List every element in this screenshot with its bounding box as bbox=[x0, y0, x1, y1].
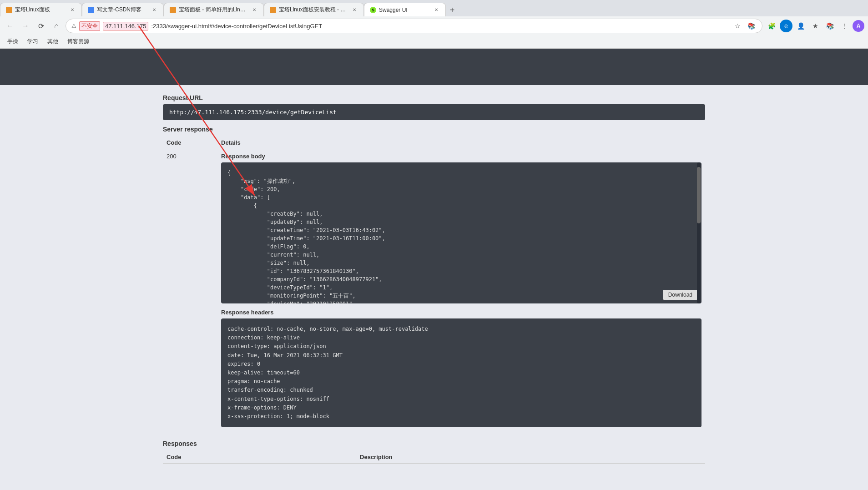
tab-favicon-1 bbox=[6, 7, 12, 13]
browser-chrome: 宝塔Linux面板 ✕ 写文章-CSDN博客 ✕ 宝塔面板 - 简单好用的Lin… bbox=[0, 0, 868, 49]
tab-bar: 宝塔Linux面板 ✕ 写文章-CSDN博客 ✕ 宝塔面板 - 简单好用的Lin… bbox=[0, 0, 868, 16]
responses-description-column: Description bbox=[356, 451, 705, 464]
tab-favicon-2 bbox=[88, 7, 94, 13]
collections-icon[interactable]: 📚 bbox=[823, 20, 836, 32]
code-column-header: Code bbox=[163, 136, 217, 149]
address-bar-row: ← → ⟳ ⌂ ⚠ 不安全 47.111.146.175 :2333/swagg… bbox=[0, 16, 868, 35]
bookmark-star-icon[interactable]: ☆ bbox=[732, 20, 743, 31]
tab-title-2: 写文章-CSDN博客 bbox=[97, 6, 148, 14]
tab-close-3[interactable]: ✕ bbox=[251, 6, 258, 14]
tab-title-1: 宝塔Linux面板 bbox=[15, 6, 66, 14]
responses-table: Code Description bbox=[163, 451, 705, 464]
favorites-icon[interactable]: ★ bbox=[809, 20, 822, 32]
response-body-content: { "msg": "操作成功", "code": 200, "data": [ … bbox=[227, 169, 695, 303]
bookmark-xuexi[interactable]: 学习 bbox=[24, 37, 42, 46]
url-highlighted-part: 47.111.146.175 bbox=[103, 22, 148, 30]
response-headers-label: Response headers bbox=[221, 309, 701, 316]
responses-label: Responses bbox=[163, 440, 705, 447]
tab-close-2[interactable]: ✕ bbox=[151, 6, 158, 14]
user-avatar[interactable]: A bbox=[853, 20, 864, 32]
browser-toolbar: 🧩 e 👤 ★ 📚 ⋮ A bbox=[765, 20, 864, 32]
response-body-label: Response body bbox=[221, 153, 701, 160]
response-body-box[interactable]: { "msg": "操作成功", "code": 200, "data": [ … bbox=[221, 162, 701, 303]
details-column-header: Details bbox=[217, 136, 705, 149]
request-url-label: Request URL bbox=[163, 94, 705, 101]
tab-title-5: Swagger UI bbox=[379, 7, 430, 13]
home-button[interactable]: ⌂ bbox=[50, 20, 63, 32]
tab-favicon-5: S bbox=[370, 7, 376, 13]
security-icon: ⚠ bbox=[71, 23, 76, 29]
tab-favicon-4 bbox=[270, 7, 276, 13]
tab-title-3: 宝塔面板 - 简单好用的Linux/Wi... bbox=[179, 6, 248, 14]
edge-icon[interactable]: e bbox=[780, 20, 792, 32]
bookmarks-bar: 手操 学习 其他 博客资源 bbox=[0, 35, 868, 48]
new-tab-button[interactable]: + bbox=[446, 4, 459, 16]
extensions-icon[interactable]: 🧩 bbox=[765, 20, 778, 32]
settings-icon[interactable]: ⋮ bbox=[838, 20, 851, 32]
bookmark-boke[interactable]: 博客资源 bbox=[64, 37, 93, 46]
responses-section: Responses Code Description bbox=[163, 440, 705, 464]
bookmark-shoucao[interactable]: 手操 bbox=[4, 37, 22, 46]
top-banner bbox=[0, 49, 868, 85]
tab-close-4[interactable]: ✕ bbox=[351, 6, 358, 14]
address-bar[interactable]: ⚠ 不安全 47.111.146.175 :2333/swagger-ui.ht… bbox=[66, 19, 762, 33]
back-button[interactable]: ← bbox=[4, 20, 16, 32]
server-response-label: Server response bbox=[163, 126, 705, 133]
response-headers-content: cache-control: no-cache, no-store, max-a… bbox=[227, 325, 695, 421]
request-url-value: http://47.111.146.175:2333/device/getDev… bbox=[163, 104, 705, 120]
tab-baota2[interactable]: 宝塔面板 - 简单好用的Linux/Wi... ✕ bbox=[164, 3, 264, 16]
reading-mode-icon[interactable]: 📚 bbox=[746, 20, 757, 31]
forward-button[interactable]: → bbox=[19, 20, 32, 32]
bookmark-qita[interactable]: 其他 bbox=[44, 37, 62, 46]
tab-close-5[interactable]: ✕ bbox=[433, 6, 440, 14]
profile-icon[interactable]: 👤 bbox=[794, 20, 807, 32]
server-response-section: Server response Code Details 200 bbox=[163, 126, 705, 431]
tab-csdn[interactable]: 写文章-CSDN博客 ✕ bbox=[82, 3, 164, 16]
response-row: 200 Response body { "msg": "操作成功", "code… bbox=[163, 149, 705, 431]
response-code-cell: 200 bbox=[163, 149, 217, 431]
tab-favicon-3 bbox=[170, 7, 176, 13]
tab-close-1[interactable]: ✕ bbox=[69, 6, 76, 14]
tab-title-4: 宝塔Linux面板安装教程 - 2021年... bbox=[279, 6, 348, 14]
tab-baota3[interactable]: 宝塔Linux面板安装教程 - 2021年... ✕ bbox=[264, 3, 364, 16]
content-area: Request URL http://47.111.146.175:2333/d… bbox=[152, 85, 716, 473]
tab-baota[interactable]: 宝塔Linux面板 ✕ bbox=[0, 3, 82, 16]
swagger-section: Request URL http://47.111.146.175:2333/d… bbox=[0, 49, 868, 482]
response-details-cell: Response body { "msg": "操作成功", "code": 2… bbox=[217, 149, 705, 431]
url-rest: :2333/swagger-ui.html#/device-controller… bbox=[151, 23, 322, 30]
tab-swagger[interactable]: S Swagger UI ✕ bbox=[364, 3, 446, 16]
security-label: 不安全 bbox=[79, 21, 100, 31]
response-table: Code Details 200 Response body bbox=[163, 136, 705, 431]
reload-button[interactable]: ⟳ bbox=[35, 20, 47, 32]
responses-code-column: Code bbox=[163, 451, 356, 464]
response-headers-box: cache-control: no-cache, no-store, max-a… bbox=[221, 318, 701, 427]
download-button[interactable]: Download bbox=[663, 290, 698, 300]
page-content: Request URL http://47.111.146.175:2333/d… bbox=[0, 49, 868, 490]
request-url-section: Request URL http://47.111.146.175:2333/d… bbox=[163, 94, 705, 120]
